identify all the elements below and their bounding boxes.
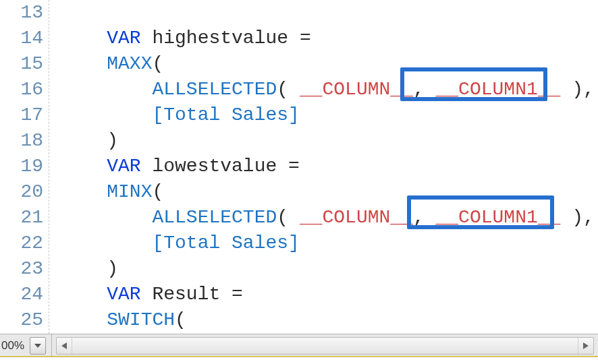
- line-number: 21: [0, 205, 43, 231]
- code-token: [61, 181, 107, 202]
- code-token: (: [277, 207, 300, 228]
- code-line[interactable]: ): [61, 256, 598, 282]
- code-token: __COLUMN1__: [436, 79, 561, 100]
- code-token: ),: [560, 207, 594, 228]
- code-token: (: [152, 181, 163, 202]
- zoom-control: 00%: [0, 334, 52, 357]
- zoom-dropdown-button[interactable]: [30, 337, 46, 355]
- code-token: __COLUMN1__: [436, 207, 561, 228]
- code-token: highestvalue =: [141, 28, 311, 49]
- code-token: Result =: [141, 284, 243, 305]
- code-token: ALLSELECTED: [152, 79, 277, 100]
- line-number: 16: [0, 77, 43, 102]
- code-token: [61, 284, 107, 305]
- chevron-down-icon: [34, 344, 41, 348]
- code-token: [61, 28, 107, 49]
- code-token: MINX: [107, 181, 152, 202]
- line-number: 19: [0, 154, 43, 179]
- code-token: ): [61, 258, 118, 279]
- code-token: VAR: [107, 28, 140, 49]
- chevron-left-icon: [61, 342, 67, 349]
- code-line[interactable]: MINX(: [61, 179, 598, 205]
- code-token: (: [277, 79, 300, 100]
- code-token: ): [61, 130, 118, 151]
- code-token: [61, 156, 107, 177]
- code-line[interactable]: ALLSELECTED( __COLUMN__, __COLUMN1__ ),: [61, 205, 598, 231]
- line-number: 24: [0, 282, 43, 307]
- line-number-gutter: 13141516171819202122232425: [0, 0, 49, 334]
- code-token: VAR: [107, 156, 140, 177]
- scroll-right-arrow[interactable]: [578, 338, 593, 354]
- line-number: 17: [0, 102, 43, 128]
- code-token: ),: [560, 79, 594, 100]
- accent-stripe: [0, 356, 598, 357]
- code-token: [61, 309, 107, 330]
- line-number: 14: [0, 26, 43, 51]
- code-line[interactable]: [Total Sales]: [61, 231, 598, 256]
- code-token: MAXX: [107, 53, 152, 74]
- status-bar: 00%: [0, 334, 598, 357]
- code-token: SWITCH: [107, 309, 175, 330]
- code-token: [Total Sales]: [152, 233, 299, 253]
- line-number: 13: [0, 0, 43, 26]
- code-token: [Total Sales]: [152, 104, 299, 125]
- code-token: [61, 79, 152, 100]
- code-token: [61, 207, 152, 228]
- line-number: 25: [0, 307, 43, 333]
- code-token: [61, 53, 107, 74]
- code-line[interactable]: VAR Result =: [61, 282, 598, 307]
- line-number: 20: [0, 179, 43, 205]
- code-token: VAR: [107, 284, 140, 305]
- code-token: lowestvalue =: [141, 156, 300, 177]
- zoom-value: 00%: [0, 339, 28, 353]
- scroll-left-arrow[interactable]: [57, 338, 72, 354]
- code-line[interactable]: MAXX(: [61, 51, 598, 77]
- code-token: ALLSELECTED: [152, 207, 277, 228]
- code-token: __COLUMN__: [300, 79, 413, 100]
- code-line[interactable]: [61, 0, 598, 26]
- code-line[interactable]: SWITCH(: [61, 307, 598, 333]
- code-token: __COLUMN__: [300, 207, 413, 228]
- chevron-right-icon: [583, 342, 589, 349]
- code-area[interactable]: VAR highestvalue = MAXX( ALLSELECTED( __…: [49, 0, 598, 334]
- line-number: 18: [0, 128, 43, 154]
- line-number: 15: [0, 51, 43, 77]
- code-line[interactable]: ALLSELECTED( __COLUMN__, __COLUMN1__ ),: [61, 77, 598, 102]
- code-line[interactable]: [Total Sales]: [61, 102, 598, 128]
- code-token: ,: [413, 79, 436, 100]
- code-token: ,: [413, 207, 436, 228]
- code-editor[interactable]: 13141516171819202122232425 VAR highestva…: [0, 0, 598, 334]
- code-line[interactable]: VAR lowestvalue =: [61, 154, 598, 179]
- line-number: 22: [0, 231, 43, 256]
- code-line[interactable]: ): [61, 128, 598, 154]
- code-line[interactable]: VAR highestvalue =: [61, 26, 598, 51]
- horizontal-scrollbar[interactable]: [56, 337, 594, 355]
- line-number: 23: [0, 256, 43, 282]
- code-token: (: [175, 309, 186, 330]
- code-token: (: [152, 53, 163, 74]
- code-token: [61, 233, 152, 253]
- code-token: [61, 104, 152, 125]
